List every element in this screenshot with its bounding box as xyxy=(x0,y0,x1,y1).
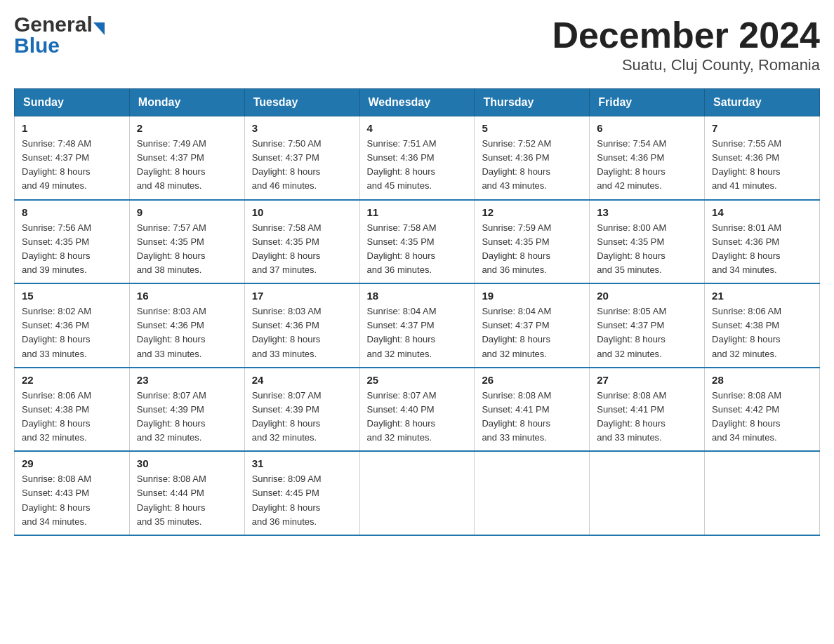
day-info: Sunrise: 8:08 AM Sunset: 4:44 PM Dayligh… xyxy=(137,472,237,529)
day-info: Sunrise: 7:54 AM Sunset: 4:36 PM Dayligh… xyxy=(597,137,697,194)
calendar-cell: 22 Sunrise: 8:06 AM Sunset: 4:38 PM Dayl… xyxy=(15,368,130,452)
day-number: 15 xyxy=(22,290,122,302)
day-number: 13 xyxy=(597,206,697,218)
day-info: Sunrise: 7:48 AM Sunset: 4:37 PM Dayligh… xyxy=(22,137,122,194)
calendar-cell: 30 Sunrise: 8:08 AM Sunset: 4:44 PM Dayl… xyxy=(129,451,244,535)
day-info: Sunrise: 7:59 AM Sunset: 4:35 PM Dayligh… xyxy=(482,221,582,278)
day-number: 10 xyxy=(252,206,352,218)
day-info: Sunrise: 8:03 AM Sunset: 4:36 PM Dayligh… xyxy=(137,304,237,361)
day-number: 6 xyxy=(597,122,697,134)
day-info: Sunrise: 7:56 AM Sunset: 4:35 PM Dayligh… xyxy=(22,221,122,278)
calendar-cell: 11 Sunrise: 7:58 AM Sunset: 4:35 PM Dayl… xyxy=(359,200,475,284)
calendar-cell xyxy=(590,451,705,535)
calendar-week-row: 22 Sunrise: 8:06 AM Sunset: 4:38 PM Dayl… xyxy=(15,368,820,452)
calendar-cell xyxy=(475,451,590,535)
day-number: 16 xyxy=(137,290,237,302)
day-number: 30 xyxy=(137,457,237,469)
day-info: Sunrise: 8:06 AM Sunset: 4:38 PM Dayligh… xyxy=(712,304,812,361)
day-info: Sunrise: 7:50 AM Sunset: 4:37 PM Dayligh… xyxy=(252,137,352,194)
day-info: Sunrise: 7:51 AM Sunset: 4:36 PM Dayligh… xyxy=(367,137,468,194)
day-info: Sunrise: 8:01 AM Sunset: 4:36 PM Dayligh… xyxy=(712,221,812,278)
title-block: December 2024 Suatu, Cluj County, Romani… xyxy=(552,14,820,74)
day-number: 19 xyxy=(482,290,582,302)
day-info: Sunrise: 7:52 AM Sunset: 4:36 PM Dayligh… xyxy=(482,137,582,194)
day-number: 8 xyxy=(22,206,122,218)
calendar-week-row: 1 Sunrise: 7:48 AM Sunset: 4:37 PM Dayli… xyxy=(15,116,820,200)
day-info: Sunrise: 7:58 AM Sunset: 4:35 PM Dayligh… xyxy=(252,221,352,278)
day-info: Sunrise: 8:04 AM Sunset: 4:37 PM Dayligh… xyxy=(367,304,468,361)
page-header: General Blue December 2024 Suatu, Cluj C… xyxy=(14,14,820,74)
calendar-cell: 14 Sunrise: 8:01 AM Sunset: 4:36 PM Dayl… xyxy=(705,200,820,284)
calendar-cell: 19 Sunrise: 8:04 AM Sunset: 4:37 PM Dayl… xyxy=(475,283,590,368)
day-number: 17 xyxy=(252,290,352,302)
col-header-friday: Friday xyxy=(590,89,705,116)
col-header-tuesday: Tuesday xyxy=(244,89,359,116)
day-number: 29 xyxy=(22,457,122,469)
day-number: 9 xyxy=(137,206,237,218)
day-number: 3 xyxy=(252,122,352,134)
day-number: 26 xyxy=(482,374,582,386)
calendar-title: December 2024 xyxy=(552,14,820,56)
day-info: Sunrise: 8:07 AM Sunset: 4:39 PM Dayligh… xyxy=(252,389,352,445)
calendar-cell: 1 Sunrise: 7:48 AM Sunset: 4:37 PM Dayli… xyxy=(15,116,130,200)
day-number: 12 xyxy=(482,206,582,218)
day-number: 27 xyxy=(597,374,697,386)
day-number: 22 xyxy=(22,374,122,386)
logo-blue-text: Blue xyxy=(14,34,60,57)
calendar-cell: 24 Sunrise: 8:07 AM Sunset: 4:39 PM Dayl… xyxy=(244,368,359,452)
calendar-cell: 15 Sunrise: 8:02 AM Sunset: 4:36 PM Dayl… xyxy=(15,283,130,368)
day-info: Sunrise: 8:08 AM Sunset: 4:43 PM Dayligh… xyxy=(22,472,122,529)
day-info: Sunrise: 8:09 AM Sunset: 4:45 PM Dayligh… xyxy=(252,472,352,529)
calendar-cell: 29 Sunrise: 8:08 AM Sunset: 4:43 PM Dayl… xyxy=(15,451,130,535)
calendar-cell xyxy=(359,451,475,535)
col-header-monday: Monday xyxy=(129,89,244,116)
calendar-cell: 27 Sunrise: 8:08 AM Sunset: 4:41 PM Dayl… xyxy=(590,368,705,452)
day-number: 24 xyxy=(252,374,352,386)
day-info: Sunrise: 7:55 AM Sunset: 4:36 PM Dayligh… xyxy=(712,137,812,194)
day-info: Sunrise: 8:06 AM Sunset: 4:38 PM Dayligh… xyxy=(22,389,122,445)
calendar-cell: 12 Sunrise: 7:59 AM Sunset: 4:35 PM Dayl… xyxy=(475,200,590,284)
calendar-cell: 9 Sunrise: 7:57 AM Sunset: 4:35 PM Dayli… xyxy=(129,200,244,284)
day-number: 14 xyxy=(712,206,812,218)
day-number: 2 xyxy=(137,122,237,134)
day-info: Sunrise: 8:08 AM Sunset: 4:41 PM Dayligh… xyxy=(597,389,697,445)
day-number: 20 xyxy=(597,290,697,302)
day-number: 7 xyxy=(712,122,812,134)
day-info: Sunrise: 8:04 AM Sunset: 4:37 PM Dayligh… xyxy=(482,304,582,361)
day-info: Sunrise: 8:08 AM Sunset: 4:41 PM Dayligh… xyxy=(482,389,582,445)
day-info: Sunrise: 8:05 AM Sunset: 4:37 PM Dayligh… xyxy=(597,304,697,361)
day-number: 1 xyxy=(22,122,122,134)
day-info: Sunrise: 8:00 AM Sunset: 4:35 PM Dayligh… xyxy=(597,221,697,278)
calendar-cell: 31 Sunrise: 8:09 AM Sunset: 4:45 PM Dayl… xyxy=(244,451,359,535)
calendar-cell: 26 Sunrise: 8:08 AM Sunset: 4:41 PM Dayl… xyxy=(475,368,590,452)
calendar-cell xyxy=(705,451,820,535)
calendar-cell: 10 Sunrise: 7:58 AM Sunset: 4:35 PM Dayl… xyxy=(244,200,359,284)
day-info: Sunrise: 7:57 AM Sunset: 4:35 PM Dayligh… xyxy=(137,221,237,278)
calendar-cell: 18 Sunrise: 8:04 AM Sunset: 4:37 PM Dayl… xyxy=(359,283,475,368)
day-info: Sunrise: 7:49 AM Sunset: 4:37 PM Dayligh… xyxy=(137,137,237,194)
calendar-cell: 4 Sunrise: 7:51 AM Sunset: 4:36 PM Dayli… xyxy=(359,116,475,200)
calendar-cell: 23 Sunrise: 8:07 AM Sunset: 4:39 PM Dayl… xyxy=(129,368,244,452)
calendar-cell: 20 Sunrise: 8:05 AM Sunset: 4:37 PM Dayl… xyxy=(590,283,705,368)
col-header-sunday: Sunday xyxy=(15,89,130,116)
logo: General Blue xyxy=(14,14,105,56)
day-number: 23 xyxy=(137,374,237,386)
day-number: 25 xyxy=(367,374,468,386)
col-header-wednesday: Wednesday xyxy=(359,89,475,116)
calendar-cell: 7 Sunrise: 7:55 AM Sunset: 4:36 PM Dayli… xyxy=(705,116,820,200)
day-info: Sunrise: 8:03 AM Sunset: 4:36 PM Dayligh… xyxy=(252,304,352,361)
calendar-cell: 2 Sunrise: 7:49 AM Sunset: 4:37 PM Dayli… xyxy=(129,116,244,200)
calendar-cell: 16 Sunrise: 8:03 AM Sunset: 4:36 PM Dayl… xyxy=(129,283,244,368)
calendar-cell: 17 Sunrise: 8:03 AM Sunset: 4:36 PM Dayl… xyxy=(244,283,359,368)
calendar-cell: 28 Sunrise: 8:08 AM Sunset: 4:42 PM Dayl… xyxy=(705,368,820,452)
calendar-cell: 3 Sunrise: 7:50 AM Sunset: 4:37 PM Dayli… xyxy=(244,116,359,200)
col-header-thursday: Thursday xyxy=(475,89,590,116)
day-info: Sunrise: 8:08 AM Sunset: 4:42 PM Dayligh… xyxy=(712,389,812,445)
col-header-saturday: Saturday xyxy=(705,89,820,116)
calendar-cell: 21 Sunrise: 8:06 AM Sunset: 4:38 PM Dayl… xyxy=(705,283,820,368)
calendar-cell: 6 Sunrise: 7:54 AM Sunset: 4:36 PM Dayli… xyxy=(590,116,705,200)
day-number: 11 xyxy=(367,206,468,218)
logo-general-text: General xyxy=(14,14,93,35)
day-info: Sunrise: 7:58 AM Sunset: 4:35 PM Dayligh… xyxy=(367,221,468,278)
calendar-cell: 13 Sunrise: 8:00 AM Sunset: 4:35 PM Dayl… xyxy=(590,200,705,284)
